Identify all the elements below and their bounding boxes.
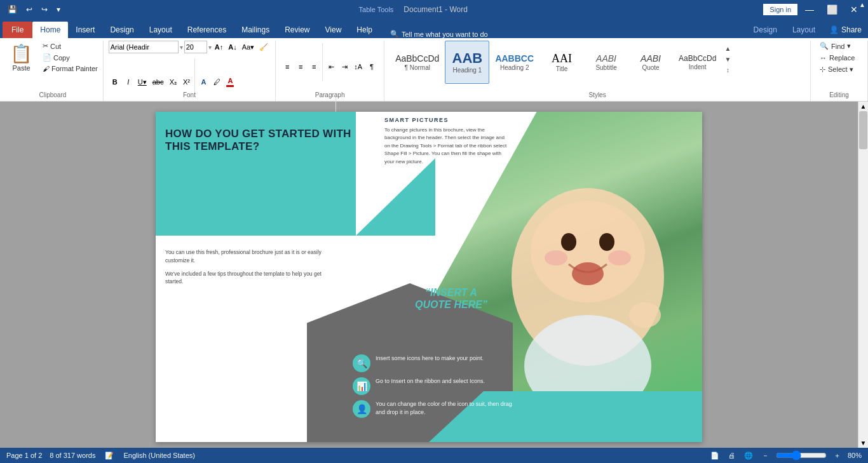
smart-pictures-title: SMART PICTURES: [384, 117, 508, 123]
style-heading2[interactable]: AABBCC Heading 2: [489, 41, 539, 84]
style-indent-preview: AaBbCcDd: [679, 55, 716, 62]
bullets-button[interactable]: ≡: [281, 60, 294, 73]
strikethrough-button[interactable]: abc: [150, 76, 166, 88]
format-painter-button[interactable]: 🖌 Format Painter: [40, 64, 100, 74]
tab-file[interactable]: File: [3, 22, 32, 38]
style-heading2-label: Heading 2: [500, 64, 529, 71]
table-tools-label: Table Tools: [359, 6, 394, 13]
bold-button[interactable]: B: [109, 76, 121, 88]
text-highlight-button[interactable]: 🖊: [210, 76, 223, 88]
web-view-button[interactable]: 🌐: [742, 451, 755, 460]
tab-layout[interactable]: Layout: [142, 22, 180, 38]
select-button[interactable]: ⊹ Select ▾: [816, 64, 857, 75]
zoom-slider[interactable]: [776, 450, 827, 460]
clear-formatting-button[interactable]: 🧹: [257, 41, 270, 53]
scroll-up-button[interactable]: ▲: [858, 102, 868, 111]
style-heading2-preview: AABBCC: [495, 54, 534, 63]
tell-me-box[interactable]: Tell me what you want to do: [402, 30, 488, 38]
increase-indent-button[interactable]: ⇥: [338, 60, 351, 73]
icon-text-2: Go to Insert on the ribbon and select Ic…: [376, 377, 485, 386]
chart-icon-circle: 📊: [353, 377, 370, 395]
svg-point-8: [629, 302, 661, 328]
style-quote[interactable]: AABI Quote: [628, 41, 673, 84]
icon-row-2: 📊 Go to Insert on the ribbon and select …: [353, 377, 518, 395]
svg-point-6: [608, 250, 631, 265]
tab-design-contextual[interactable]: Design: [746, 22, 785, 38]
style-normal-preview: AaBbCcDd: [395, 54, 439, 63]
editing-group: 🔍 Find ▾ ↔ Replace ⊹ Select ▾ Editing: [811, 41, 868, 101]
save-button[interactable]: 💾: [5, 4, 20, 15]
show-formatting-button[interactable]: ¶: [365, 60, 378, 73]
change-case-button[interactable]: Aa▾: [240, 41, 256, 53]
read-view-button[interactable]: 📄: [709, 451, 721, 460]
superscript-button[interactable]: X²: [180, 76, 193, 88]
copy-button[interactable]: 📄 Copy: [40, 52, 100, 63]
font-name-input[interactable]: [109, 41, 179, 53]
ribbon-collapse-button[interactable]: ▲: [857, 0, 868, 10]
customize-qat-button[interactable]: ▾: [54, 4, 63, 15]
styles-expand[interactable]: ↕: [723, 65, 732, 75]
smart-pictures-body: To change pictures in this brochure, vie…: [384, 126, 508, 166]
scroll-down-button[interactable]: ▼: [858, 438, 868, 448]
grow-font-button[interactable]: A↑: [213, 41, 225, 53]
tab-mailings[interactable]: Mailings: [234, 22, 277, 38]
zoom-out-button[interactable]: －: [760, 450, 771, 461]
text-effect-button[interactable]: A: [197, 76, 210, 88]
vertical-scrollbar[interactable]: ▲ ▼: [858, 102, 868, 448]
ribbon: 📋 Paste ✂ Cut 📄 Copy 🖌 Format Painter: [0, 38, 868, 102]
status-right: 📄 🖨 🌐 － ＋ 80%: [709, 450, 862, 461]
scroll-thumb[interactable]: [859, 111, 867, 149]
scroll-track[interactable]: [858, 111, 868, 438]
style-indent[interactable]: AaBbCcDd Indent: [673, 41, 722, 84]
redo-button[interactable]: ↪: [39, 4, 50, 15]
italic-button[interactable]: I: [122, 76, 135, 88]
sign-in-button[interactable]: Sign in: [763, 4, 797, 15]
smart-pictures-section: SMART PICTURES To change pictures in thi…: [384, 117, 508, 166]
select-icon: ⊹: [820, 65, 825, 74]
tab-view[interactable]: View: [318, 22, 349, 38]
minimize-button[interactable]: —: [800, 3, 819, 16]
tab-help[interactable]: Help: [349, 22, 380, 38]
style-title[interactable]: AAI Title: [539, 41, 584, 84]
tab-review[interactable]: Review: [277, 22, 317, 38]
clipboard-group: 📋 Paste ✂ Cut 📄 Copy 🖌 Format Painter: [3, 41, 104, 101]
style-subtitle[interactable]: AABI Subtitle: [584, 41, 628, 84]
styles-scroll-down[interactable]: ▼: [723, 55, 732, 64]
share-button[interactable]: 👤Share: [823, 22, 868, 38]
tab-references[interactable]: References: [180, 22, 234, 38]
style-normal-label: ¶ Normal: [405, 64, 430, 71]
decrease-indent-button[interactable]: ⇤: [325, 60, 337, 73]
cut-button[interactable]: ✂ Cut: [40, 41, 100, 51]
font-size-input[interactable]: [184, 41, 207, 53]
font-color-button[interactable]: A: [224, 76, 236, 88]
replace-button[interactable]: ↔ Replace: [816, 53, 858, 63]
zoom-in-button[interactable]: ＋: [832, 450, 843, 461]
quick-access-toolbar: 💾 ↩ ↪ ▾: [5, 4, 63, 15]
main-heading: HOW DO YOU GET STARTED WITH THIS TEMPLAT…: [165, 128, 353, 152]
tab-layout-contextual[interactable]: Layout: [785, 22, 823, 38]
undo-button[interactable]: ↩: [24, 4, 35, 15]
print-view-button[interactable]: 🖨: [726, 451, 737, 460]
styles-scroll-up[interactable]: ▲: [723, 44, 732, 53]
tab-design[interactable]: Design: [102, 22, 141, 38]
numbering-button[interactable]: ≡: [294, 60, 307, 73]
tab-home[interactable]: Home: [32, 22, 68, 38]
underline-button[interactable]: U▾: [135, 76, 149, 88]
find-button[interactable]: 🔍 Find ▾: [816, 41, 855, 51]
copy-icon: 📄: [43, 53, 51, 62]
style-title-preview: AAI: [552, 53, 572, 64]
multilevel-button[interactable]: ≡: [308, 60, 320, 73]
sort-button[interactable]: ↕A: [351, 60, 365, 73]
subscript-button[interactable]: X₂: [166, 76, 179, 88]
main-heading-container: HOW DO YOU GET STARTED WITH THIS TEMPLAT…: [165, 128, 353, 152]
document-scroll[interactable]: ⊕: [0, 102, 858, 448]
proofing-button[interactable]: 📝: [103, 451, 116, 460]
paste-button[interactable]: 📋 Paste: [5, 41, 37, 74]
shrink-font-button[interactable]: A↓: [226, 41, 238, 53]
restore-button[interactable]: ⬜: [822, 3, 843, 16]
tab-insert[interactable]: Insert: [68, 22, 102, 38]
style-normal[interactable]: AaBbCcDd ¶ Normal: [390, 41, 445, 84]
style-heading1[interactable]: AAB Heading 1: [445, 41, 489, 84]
svg-point-3: [599, 233, 614, 251]
style-quote-preview: AABI: [641, 54, 661, 63]
